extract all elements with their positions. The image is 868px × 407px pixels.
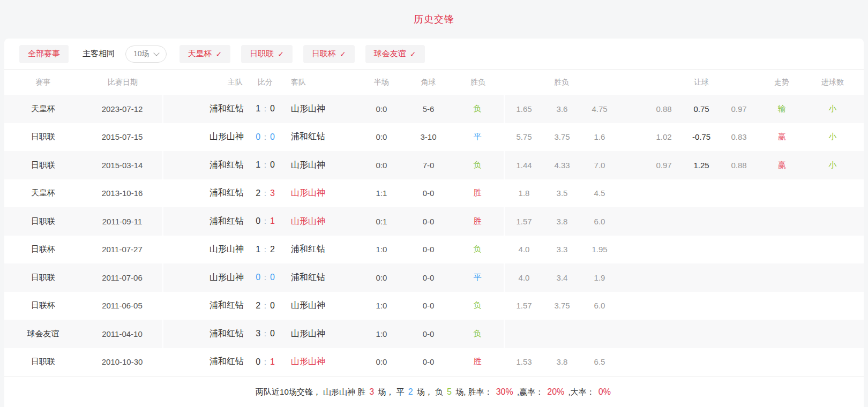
cell-score: 2:0 [248, 292, 282, 320]
cell-spacer [618, 123, 645, 152]
competition-filter-chip[interactable]: 天皇杯 ✓ [179, 45, 231, 63]
table-row: 日联杯 2011-07-27 山形山神 1:2 浦和红钻 1:0 0-0 负 4… [4, 236, 864, 264]
summary-segment: ,赢率： [515, 387, 546, 396]
cell-away-team: 山形山神 [282, 292, 357, 320]
match-count-dropdown[interactable]: 10场 [125, 46, 167, 63]
title-bar: 历史交锋 [0, 0, 868, 39]
competition-filter-chip[interactable]: 日职联 ✓ [241, 45, 293, 63]
cell-spacer [618, 320, 645, 348]
score-separator: : [264, 245, 266, 254]
cell-odds-home: 1.57 [505, 292, 543, 320]
cell-date: 2015-07-15 [82, 123, 163, 152]
header-half: 半场 [357, 70, 406, 95]
cell-corner: 0-0 [406, 179, 451, 208]
table-row: 天皇杯 2013-10-16 浦和红钻 2:3 山形山神 1:1 0-0 胜 1… [4, 179, 864, 208]
filter-all-events-button[interactable]: 全部赛事 [19, 45, 69, 63]
cell-trend [758, 207, 806, 236]
cell-handicap-line [683, 348, 720, 376]
cell-event: 日职联 [4, 123, 82, 152]
cell-corner: 7-0 [406, 151, 451, 179]
home-score: 2 [256, 189, 260, 198]
cell-odds-home: 4.0 [505, 263, 543, 292]
cell-score: 1:2 [248, 236, 282, 264]
away-score: 0 [270, 329, 275, 338]
score-separator: : [264, 189, 266, 198]
cell-odds-away: 1.9 [581, 263, 618, 292]
cell-trend [758, 179, 806, 208]
cell-handicap-home [645, 236, 683, 264]
cell-home-team: 山形山神 [163, 123, 248, 152]
cell-handicap-away [720, 263, 758, 292]
cell-trend: 赢 [758, 151, 806, 179]
cell-handicap-line [683, 207, 720, 236]
summary-segment: 0% [597, 387, 612, 396]
check-icon: ✓ [278, 50, 284, 58]
summary-segment: 5 [445, 387, 453, 396]
away-score: 0 [270, 301, 275, 311]
cell-handicap-away [720, 320, 758, 348]
cell-score: 0:1 [248, 207, 282, 236]
summary-segment: 20% [545, 387, 566, 396]
cell-trend: 赢 [758, 123, 806, 152]
cell-away-team: 山形山神 [282, 151, 357, 179]
cell-handicap-away [720, 207, 758, 236]
chevron-down-icon [153, 50, 159, 56]
cell-odds-draw: 4.33 [543, 151, 581, 179]
cell-halftime: 0:0 [357, 95, 406, 123]
cell-score: 0:0 [248, 263, 282, 292]
cell-handicap-home [645, 263, 683, 292]
cell-event: 球会友谊 [4, 320, 82, 348]
table-row: 日职联 2010-10-30 浦和红钻 0:1 山形山神 0:0 0-0 胜 1… [4, 348, 864, 376]
cell-home-team: 山形山神 [163, 263, 248, 292]
header-goals: 进球数 [806, 70, 859, 95]
filter-same-venue[interactable]: 主客相同 [83, 49, 115, 59]
away-score: 1 [270, 216, 275, 226]
header-away: 客队 [282, 70, 357, 95]
cell-halftime: 0:0 [357, 151, 406, 179]
competition-filter-chip[interactable]: 球会友谊 ✓ [365, 45, 425, 63]
cell-odds-home: 1.44 [505, 151, 543, 179]
cell-halftime: 1:0 [357, 320, 406, 348]
cell-date: 2023-07-12 [82, 95, 163, 123]
home-score: 0 [256, 132, 260, 142]
summary-segment: 两队近10场交锋， 山形山神 胜 [256, 387, 368, 396]
summary-segment: 30% [495, 387, 515, 396]
cell-goals [806, 348, 859, 376]
cell-odds-draw: 3.75 [543, 123, 581, 152]
cell-home-team: 浦和红钻 [163, 207, 248, 236]
cell-handicap-home [645, 320, 683, 348]
cell-handicap-away [720, 236, 758, 264]
cell-home-team: 浦和红钻 [163, 292, 248, 320]
cell-result: 平 [451, 263, 505, 292]
page-title: 历史交锋 [414, 13, 454, 26]
cell-spacer [618, 348, 645, 376]
cell-handicap-home [645, 348, 683, 376]
cell-result: 胜 [451, 179, 505, 208]
cell-odds-home: 4.0 [505, 236, 543, 264]
table-row: 日联杯 2011-06-05 浦和红钻 2:0 山形山神 1:0 0-0 负 1… [4, 292, 864, 320]
cell-away-team: 浦和红钻 [282, 236, 357, 264]
competition-filter-chip[interactable]: 日联杯 ✓ [303, 45, 355, 63]
competition-filter-label: 日职联 [250, 49, 274, 59]
table-header-row: 赛事 比赛日期 主队 比分 客队 半场 角球 胜负 胜负 让球 走势 进球数 [4, 70, 864, 95]
summary-text: 两队近10场交锋， 山形山神 胜 3 场， 平 2 场， 负 5 场, 胜率： … [256, 387, 612, 397]
cell-odds-draw: 3.5 [543, 179, 581, 208]
check-icon: ✓ [216, 50, 222, 58]
cell-goals [806, 320, 859, 348]
competition-filter-label: 球会友谊 [374, 49, 406, 59]
cell-handicap-line [683, 263, 720, 292]
cell-trend [758, 236, 806, 264]
cell-odds-home: 1.53 [505, 348, 543, 376]
away-score: 0 [270, 104, 275, 114]
cell-handicap-away [720, 292, 758, 320]
cell-event: 日职联 [4, 348, 82, 376]
score-separator: : [264, 273, 266, 282]
cell-odds-home: 5.75 [505, 123, 543, 152]
header-odds-group: 胜负 [505, 70, 618, 95]
summary-segment: 场， 平 [376, 387, 407, 396]
cell-handicap-home [645, 292, 683, 320]
cell-handicap-line: 0.75 [683, 95, 720, 123]
cell-handicap-home: 1.02 [645, 123, 683, 152]
cell-handicap-away: 0.83 [720, 123, 758, 152]
cell-handicap-home [645, 179, 683, 208]
